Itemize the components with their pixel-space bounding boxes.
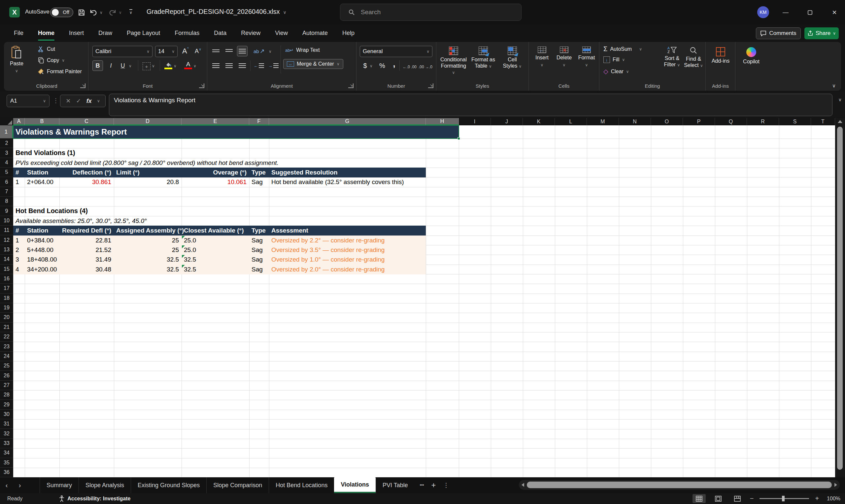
middle-align-button[interactable] — [224, 46, 234, 56]
cell-E14[interactable]: 32.5 — [184, 255, 196, 264]
cell-G11[interactable]: Assessment — [271, 226, 308, 235]
merge-center-button[interactable]: ↔ Merge & Center ∨ — [283, 59, 343, 69]
sheet-nav-next-icon[interactable]: › — [13, 477, 27, 493]
cell-C12[interactable]: 22.81 — [59, 235, 111, 245]
cell-B15[interactable]: 34+200.00 — [27, 265, 57, 274]
format-cells-button[interactable]: Format∨ — [576, 47, 597, 68]
new-sheet-button[interactable]: + — [431, 481, 436, 490]
top-align-button[interactable] — [211, 46, 221, 56]
minimize-button[interactable]: — — [778, 0, 793, 25]
increase-decimal-button[interactable]: ←.0 .00 — [403, 62, 417, 72]
accessibility-status[interactable]: Accessibility: Investigate — [59, 496, 130, 502]
cell-A3[interactable]: Bend Violations (1) — [16, 148, 75, 158]
excel-app-icon[interactable]: X — [9, 7, 20, 17]
insert-cells-button[interactable]: ← Insert∨ — [532, 47, 552, 68]
row-header-30[interactable]: 30 — [0, 410, 13, 419]
cell-E13[interactable]: 25.0 — [184, 245, 196, 255]
close-button[interactable]: ✕ — [827, 0, 842, 25]
row-header-31[interactable]: 31 — [0, 419, 13, 429]
row-header-22[interactable]: 22 — [0, 332, 13, 342]
column-header-M[interactable]: M — [587, 118, 619, 125]
cell-A5[interactable]: # — [16, 167, 19, 177]
tab-data[interactable]: Data — [213, 29, 227, 38]
row-header-1[interactable]: 1 — [0, 125, 13, 139]
tab-view[interactable]: View — [274, 29, 288, 38]
tab-formulas[interactable]: Formulas — [174, 29, 200, 38]
sheet-tab-pvi-table[interactable]: PVI Table — [376, 477, 415, 493]
cell-C6[interactable]: 30.861 — [59, 177, 111, 187]
cell-C11[interactable]: Required Defl (°) — [59, 226, 111, 235]
cell-A1[interactable]: Violations & Warnings Report — [16, 125, 127, 139]
column-header-I[interactable]: I — [459, 118, 491, 125]
sheet-nav-prev-icon[interactable]: ‹ — [0, 477, 13, 493]
cell-A6[interactable]: 1 — [16, 177, 19, 187]
row-header-29[interactable]: 29 — [0, 400, 13, 409]
underline-button[interactable]: U — [118, 60, 128, 71]
sort-filter-button[interactable]: AZ Sort &Filter ∨ — [662, 47, 683, 68]
column-header-B[interactable]: B — [25, 118, 59, 125]
save-icon[interactable] — [76, 8, 87, 17]
name-box[interactable]: A1∨ — [6, 95, 50, 107]
row-header-16[interactable]: 16 — [0, 274, 13, 284]
grow-font-button[interactable]: A^ — [180, 46, 191, 56]
row-header-27[interactable]: 27 — [0, 381, 13, 390]
document-title[interactable]: GradeReport_PL-DESIGN-02_20260406.xlsx∨ — [146, 8, 286, 16]
cell-F12[interactable]: Sag — [251, 235, 263, 245]
zoom-in-button[interactable]: + — [815, 495, 819, 502]
zoom-slider-thumb[interactable] — [782, 496, 785, 501]
column-header-O[interactable]: O — [651, 118, 683, 125]
row-header-7[interactable]: 7 — [0, 187, 13, 197]
cut-button[interactable]: Cut — [38, 46, 55, 52]
row-header-6[interactable]: 6 — [0, 177, 13, 187]
underline-chevron-icon[interactable]: ∨ — [129, 64, 132, 68]
cell-E5[interactable]: Overage (°) — [181, 167, 247, 177]
row-header-2[interactable]: 2 — [0, 139, 13, 148]
cell-D12[interactable]: 25 — [114, 235, 179, 245]
bottom-align-button[interactable] — [237, 46, 248, 56]
number-dialog-launcher[interactable]: ↘ — [428, 84, 434, 88]
accounting-chevron-icon[interactable]: ∨ — [370, 64, 373, 68]
row-header-12[interactable]: 12 — [0, 235, 13, 245]
column-header-P[interactable]: P — [683, 118, 715, 125]
accounting-format-button[interactable]: $ — [360, 60, 370, 71]
sheet-tab-hot-bend-locations[interactable]: Hot Bend Locations — [269, 477, 334, 493]
column-header-H[interactable]: H — [426, 118, 459, 125]
row-header-13[interactable]: 13 — [0, 245, 13, 255]
column-header-G[interactable]: G — [269, 118, 426, 125]
row-header-3[interactable]: 3 — [0, 148, 13, 158]
cell-G5[interactable]: Suggested Resolution — [271, 167, 338, 177]
search-input[interactable]: Search — [340, 4, 522, 21]
fill-handle[interactable] — [457, 137, 460, 140]
sheet-tab-slope-comparison[interactable]: Slope Comparison — [206, 477, 269, 493]
customize-toolbar-icon[interactable]: ∨ — [129, 9, 133, 15]
cell-F13[interactable]: Sag — [251, 245, 263, 255]
column-header-E[interactable]: E — [181, 118, 249, 125]
tab-automate[interactable]: Automate — [302, 29, 329, 38]
cell-B11[interactable]: Station — [27, 226, 48, 235]
more-sheets-icon[interactable]: ••• — [420, 483, 424, 487]
format-painter-button[interactable]: Format Painter — [38, 68, 82, 75]
cell-E15[interactable]: 32.5 — [184, 265, 196, 274]
font-size-select[interactable]: 14∨ — [155, 46, 178, 57]
row-header-34[interactable]: 34 — [0, 448, 13, 458]
font-color-button[interactable]: A — [183, 60, 193, 70]
undo-dropdown-chevron[interactable]: ∨ — [100, 10, 103, 15]
addins-button[interactable]: Add-ins — [710, 47, 732, 64]
cell-B14[interactable]: 18+408.00 — [27, 255, 57, 264]
cell-A15[interactable]: 4 — [16, 265, 19, 274]
italic-button[interactable]: I — [106, 60, 116, 71]
sheet-tab-summary[interactable]: Summary — [40, 477, 78, 493]
horizontal-scroll-thumb[interactable] — [527, 482, 832, 488]
cell-B6[interactable]: 2+064.00 — [27, 177, 53, 187]
cell-G12[interactable]: Oversized by 2.2° — consider re-grading — [271, 235, 385, 245]
orientation-chevron-icon[interactable]: ∨ — [269, 49, 272, 54]
page-layout-view-button[interactable] — [712, 494, 725, 503]
clear-button[interactable]: ◇ Clear ∨ — [603, 68, 629, 75]
sheet-tab-violations[interactable]: Violations — [334, 477, 376, 493]
zoom-slider[interactable] — [759, 498, 809, 499]
tab-insert[interactable]: Insert — [68, 29, 85, 38]
column-header-J[interactable]: J — [491, 118, 523, 125]
column-header-T[interactable]: T — [811, 118, 835, 125]
cell-A9[interactable]: Hot Bend Locations (4) — [16, 206, 88, 216]
borders-button[interactable]: + — [141, 61, 152, 72]
